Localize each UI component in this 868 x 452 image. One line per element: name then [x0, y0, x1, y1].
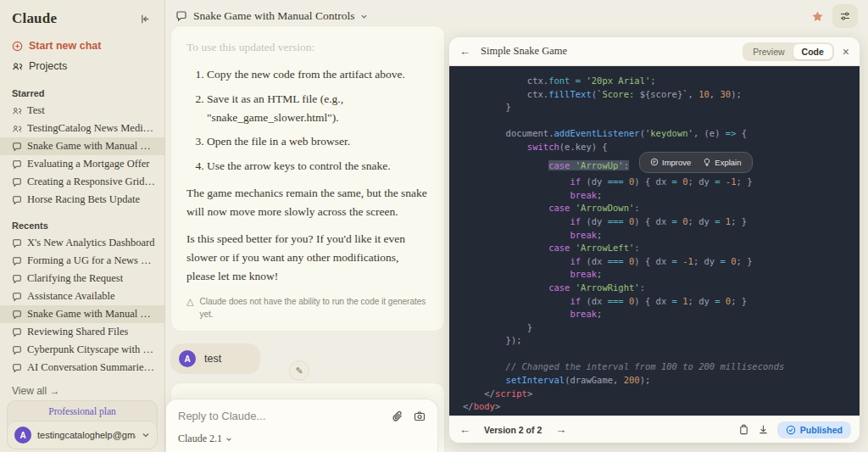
chevron-down-icon	[142, 431, 150, 439]
code-line[interactable]	[463, 348, 860, 361]
code-line[interactable]: </body>	[463, 400, 860, 414]
artifact-back-button[interactable]: ←	[458, 43, 472, 59]
app-logo-text: Claude	[12, 10, 57, 27]
recents-list: X's New Analytics DashboardForming a UG …	[0, 234, 164, 377]
reply-input[interactable]: Reply to Claude...	[178, 410, 265, 422]
code-line[interactable]: // Changed the interval from 100 to 200 …	[463, 360, 860, 374]
sidebar-recent-item[interactable]: Snake Game with Manual Controls	[0, 305, 164, 323]
chevron-down-icon	[360, 13, 368, 20]
sidebar-starred-item[interactable]: Test	[0, 102, 164, 120]
sidebar-item-label: Cyberpunk Cityscape with Robotic Fi...	[27, 343, 158, 356]
chat-icon	[12, 327, 22, 338]
code-line[interactable]: if (dy === 0) { dx = 0; dy = 1; }	[463, 215, 860, 229]
code-line[interactable]: ctx.font = '20px Arial';	[463, 75, 860, 88]
chat-icon	[12, 195, 22, 205]
app-window: Claude Start new chat Projects Starred T…	[0, 0, 868, 452]
code-line[interactable]: case 'ArrowLeft':	[463, 242, 860, 255]
star-conversation-button[interactable]	[810, 8, 826, 25]
conversation-title-button[interactable]: Snake Game with Manual Controls	[175, 9, 368, 23]
start-new-chat-button[interactable]: Start new chat	[0, 36, 164, 56]
published-button[interactable]: Published	[777, 421, 851, 438]
sidebar-item-label: AI Conversation Summaries Feature	[27, 361, 158, 374]
attach-file-button[interactable]	[392, 410, 403, 422]
sidebar-recent-item[interactable]: Assistance Available	[0, 287, 164, 305]
assistant-paragraph: Is this speed better for you? If you'd l…	[186, 230, 429, 286]
chat-bubble-icon	[175, 10, 187, 22]
code-line[interactable]: case 'ArrowUp':ImproveExplain	[463, 154, 860, 176]
preview-code-toggle: Preview Code	[743, 42, 834, 61]
screenshot-button[interactable]	[414, 410, 426, 422]
chat-controls-button[interactable]	[832, 4, 858, 28]
sidebar-item-label: Horse Racing Bets Update	[27, 193, 140, 206]
tab-code[interactable]: Code	[793, 44, 832, 59]
recents-section-label: Recents	[0, 209, 164, 234]
code-line[interactable]: });	[463, 334, 860, 348]
sidebar-starred-item[interactable]: Horse Racing Bets Update	[0, 191, 164, 209]
code-line[interactable]: </html>	[463, 414, 860, 416]
code-line[interactable]: }	[463, 101, 860, 114]
chat-icon	[12, 159, 22, 170]
user-message: A test	[170, 343, 260, 374]
sidebar-starred-item[interactable]: TestingCatalog News Media Business	[0, 120, 164, 137]
check-circle-icon	[786, 425, 796, 435]
improve-icon	[650, 158, 659, 166]
sidebar-recent-item[interactable]: AI Conversation Summaries Feature	[0, 359, 164, 377]
code-line[interactable]: ctx.fillText(`Score: ${score}`, 10, 30);	[463, 88, 860, 102]
instruction-step: Open the file in a web browser.	[207, 132, 429, 151]
previous-version-button[interactable]: ←	[458, 421, 472, 438]
sidebar-starred-item[interactable]: Creating a Responsive Grid Layout	[0, 173, 164, 191]
account-menu-button[interactable]: A testingcataloghelp@gmail....	[8, 421, 157, 449]
sidebar-item-label: TestingCatalog News Media Business	[27, 122, 158, 135]
account-email: testingcataloghelp@gmail....	[37, 430, 136, 440]
code-line[interactable]	[463, 114, 860, 128]
sidebar-recent-item[interactable]: Clarifying the Request	[0, 270, 164, 287]
assistant-paragraph: The game mechanics remain the same, but …	[186, 184, 429, 221]
sidebar-collapse-button[interactable]	[138, 12, 153, 26]
improve-button[interactable]: Improve	[645, 154, 696, 171]
selection-toolbar: ImproveExplain	[639, 152, 753, 174]
sidebar-starred-item[interactable]: Evaluating a Mortgage Offer	[0, 155, 164, 173]
code-line[interactable]: if (dx === 0) { dx = 1; dy = 0; }	[463, 295, 860, 309]
artifact-footer: ← Version 2 of 2 →	[449, 416, 860, 443]
edit-message-button[interactable]: ✎	[289, 360, 309, 381]
artifact-close-button[interactable]: ×	[841, 43, 851, 60]
main-area: Snake Game with Manual Controls	[165, 0, 868, 452]
code-line[interactable]: }	[463, 321, 860, 335]
chat-scroll-area[interactable]: To use this updated version: Copy the ne…	[170, 25, 445, 452]
chat-icon	[12, 363, 22, 373]
chat-header: Snake Game with Manual Controls	[165, 0, 868, 32]
sidebar-starred-item[interactable]: Snake Game with Manual Controls	[0, 137, 164, 155]
artifact-header: ← Simple Snake Game Preview Code ×	[449, 37, 860, 66]
sidebar-recent-item[interactable]: Reviewing Shared Files	[0, 323, 164, 341]
pencil-icon: ✎	[296, 366, 303, 377]
star-filled-icon	[811, 10, 824, 23]
copy-code-button[interactable]	[738, 424, 749, 435]
sidebar: Claude Start new chat Projects Starred T…	[0, 0, 165, 452]
code-line[interactable]: if (dx === 0) { dx = -1; dy = 0; }	[463, 255, 860, 269]
code-line[interactable]: break;	[463, 189, 860, 203]
code-line[interactable]: document.addEventListener('keydown', (e)…	[463, 127, 860, 141]
code-line[interactable]: </script>	[463, 388, 860, 401]
code-line[interactable]: setInterval(drawGame, 200);	[463, 374, 860, 388]
sidebar-recent-item[interactable]: Cyberpunk Cityscape with Robotic Fi...	[0, 341, 164, 359]
sidebar-recent-item[interactable]: Forming a UG for a News Media Busin...	[0, 252, 164, 270]
code-line[interactable]: break;	[463, 229, 860, 243]
code-line[interactable]: if (dy === 0) { dx = 0; dy = -1; }	[463, 176, 860, 189]
chat-icon	[12, 256, 22, 266]
code-line[interactable]: break;	[463, 268, 860, 282]
tab-preview[interactable]: Preview	[744, 44, 793, 59]
new-chat-icon	[12, 41, 23, 52]
code-line[interactable]: break;	[463, 308, 860, 321]
sidebar-item-projects[interactable]: Projects	[0, 56, 164, 76]
explain-button[interactable]: Explain	[698, 154, 746, 171]
chat-icon	[12, 238, 22, 248]
view-all-link[interactable]: View all →	[0, 377, 164, 400]
sidebar-recent-item[interactable]: X's New Analytics Dashboard	[0, 234, 164, 252]
code-line[interactable]: case 'ArrowRight':	[463, 282, 860, 295]
user-message-row: A test ✎	[170, 343, 260, 374]
next-version-button[interactable]: →	[554, 421, 568, 438]
model-selector[interactable]: Claude 2.1	[178, 432, 426, 445]
download-button[interactable]	[758, 424, 769, 435]
code-editor[interactable]: ctx.font = '20px Arial'; ctx.fillText(`S…	[449, 66, 860, 416]
code-line[interactable]: case 'ArrowDown':	[463, 202, 860, 215]
